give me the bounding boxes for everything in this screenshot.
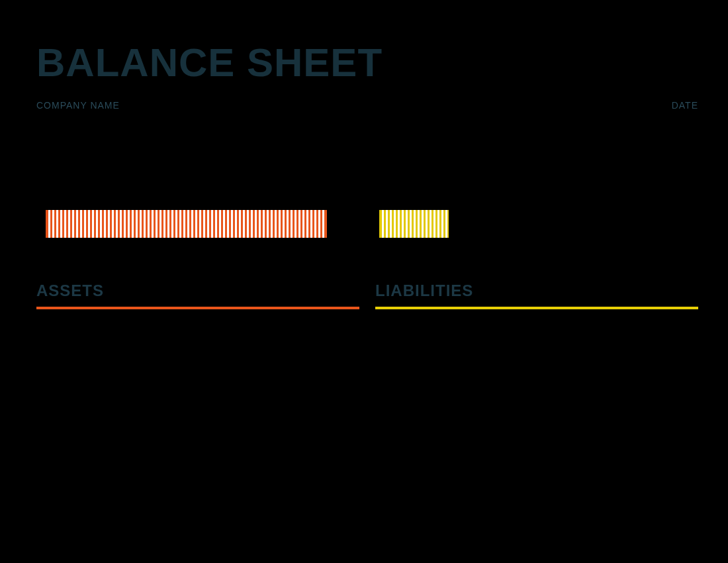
company-name-label: COMPANY NAME [36, 100, 120, 111]
liabilities-bar [379, 210, 449, 238]
meta-row: COMPANY NAME DATE [36, 100, 698, 111]
assets-bar [46, 210, 327, 238]
liabilities-bar-cell [367, 210, 698, 238]
sections-row: ASSETS LIABILITIES [36, 282, 698, 309]
assets-section: ASSETS [36, 282, 359, 309]
assets-bar-cell [36, 210, 367, 238]
summary-bars [36, 210, 698, 238]
assets-heading: ASSETS [36, 282, 359, 309]
date-label: DATE [672, 100, 698, 111]
balance-sheet-page: BALANCE SHEET COMPANY NAME DATE ASSETS L… [36, 0, 698, 309]
page-title: BALANCE SHEET [36, 40, 698, 85]
liabilities-section: LIABILITIES [375, 282, 698, 309]
liabilities-heading: LIABILITIES [375, 282, 698, 309]
